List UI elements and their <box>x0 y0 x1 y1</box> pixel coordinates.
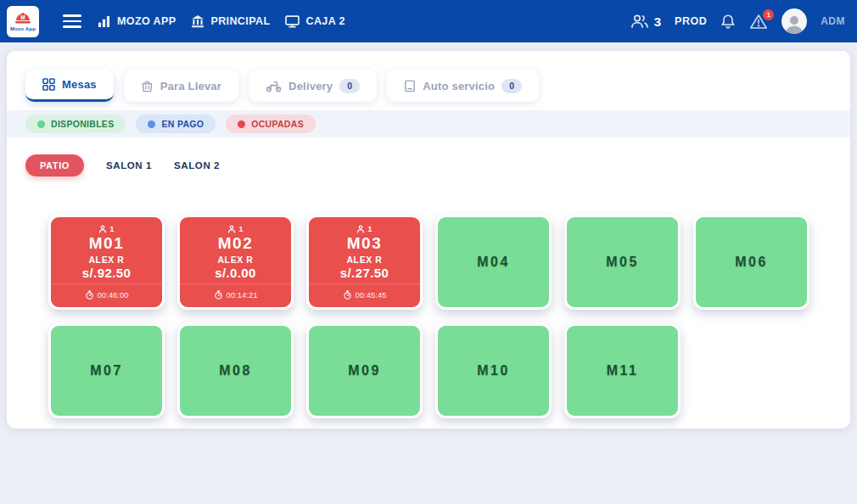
chart-icon <box>97 15 111 28</box>
logo-title: Mozo App <box>10 26 36 31</box>
alerts-button[interactable]: 1 <box>749 14 768 30</box>
service-tabs: Mesas Para Llevar Delivery 0 <box>7 51 850 110</box>
guest-count-value: 1 <box>367 224 372 233</box>
table-id: M08 <box>219 363 252 378</box>
navbar-right: 3 PROD 1 ADM <box>630 8 845 34</box>
nav-item-label: CAJA 2 <box>305 15 344 27</box>
table-card-m09[interactable]: M09 <box>306 323 423 418</box>
table-id: M06 <box>735 255 768 270</box>
table-id: M09 <box>348 363 381 378</box>
table-timer-value: 00:14:21 <box>227 290 258 300</box>
table-id: M05 <box>606 255 639 270</box>
area-salon-1[interactable]: SALON 1 <box>106 160 152 171</box>
hamburger-menu-icon[interactable] <box>63 14 81 28</box>
waiter-name: ALEX R <box>217 255 253 265</box>
table-amount: s/.27.50 <box>340 266 389 280</box>
app-logo[interactable]: M Mozo App <box>7 6 39 37</box>
tab-label: Mesas <box>62 78 97 91</box>
nav-item-label: MOZO APP <box>117 15 176 27</box>
area-salon-2[interactable]: SALON 2 <box>174 160 220 171</box>
monitor-icon <box>285 15 300 28</box>
legend-label: EN PAGO <box>161 119 204 129</box>
grid-icon <box>42 78 55 91</box>
area-patio[interactable]: PATIO <box>25 154 84 176</box>
table-timer-value: 00:46:00 <box>98 290 129 300</box>
table-card-m03[interactable]: 1 M03 ALEX R s/.27.50 00:45:45 <box>306 215 423 310</box>
table-amount: s/.0.00 <box>215 266 256 280</box>
table-timer-value: 00:45:45 <box>356 290 387 300</box>
green-dot-icon <box>37 120 45 128</box>
profile-name: ADM <box>821 15 845 27</box>
status-legend: DISPONIBLES EN PAGO OCUPADAS <box>7 110 850 137</box>
table-timer: 00:14:21 <box>180 283 291 300</box>
table-id: M01 <box>89 234 124 254</box>
tab-label: Auto servicio <box>423 80 495 92</box>
area-selector: PATIO SALON 1 SALON 2 <box>7 137 850 176</box>
nav-item-principal[interactable]: PRINCIPAL <box>191 15 270 28</box>
table-id: M07 <box>90 363 123 378</box>
table-card-m02[interactable]: 1 M02 ALEX R s/.0.00 00:14:21 <box>177 215 294 310</box>
environment-label: PROD <box>675 15 707 27</box>
tab-badge: 0 <box>339 79 360 93</box>
person-icon <box>356 225 365 233</box>
guest-count-value: 1 <box>238 224 243 233</box>
tab-delivery[interactable]: Delivery 0 <box>249 70 377 102</box>
legend-en-pago: EN PAGO <box>136 115 216 133</box>
guest-count-value: 1 <box>109 224 114 233</box>
legend-label: OCUPADAS <box>251 119 304 129</box>
motorcycle-icon <box>266 80 282 92</box>
tables-grid: 1 M01 ALEX R s/.92.50 00:46:00 1 M02 ALE… <box>48 215 850 418</box>
table-amount: s/.92.50 <box>82 266 131 280</box>
legend-disponibles: DISPONIBLES <box>25 115 126 133</box>
nav-item-label: PRINCIPAL <box>210 15 270 27</box>
tab-auto-servicio[interactable]: Auto servicio 0 <box>387 70 539 102</box>
table-card-m11[interactable]: M11 <box>564 323 681 418</box>
profile-avatar[interactable] <box>781 8 807 34</box>
table-id: M02 <box>218 234 253 254</box>
bell-icon <box>720 14 736 30</box>
tab-label: Delivery <box>288 80 333 92</box>
tab-para-llevar[interactable]: Para Llevar <box>124 70 238 102</box>
table-card-m06[interactable]: M06 <box>693 215 809 310</box>
main-panel: Mesas Para Llevar Delivery 0 <box>7 51 850 428</box>
bank-icon <box>191 15 204 28</box>
legend-label: DISPONIBLES <box>51 119 114 129</box>
table-card-m08[interactable]: M08 <box>177 323 294 418</box>
stopwatch-icon <box>343 290 352 300</box>
table-id: M03 <box>347 234 382 254</box>
table-timer: 00:45:45 <box>309 283 420 300</box>
guest-count: 1 <box>98 224 114 233</box>
nav-item-caja[interactable]: CAJA 2 <box>285 15 344 28</box>
table-card-m10[interactable]: M10 <box>435 323 552 418</box>
cloche-icon: M <box>14 12 31 25</box>
tab-mesas[interactable]: Mesas <box>25 70 114 102</box>
table-timer: 00:46:00 <box>51 283 162 300</box>
red-dot-icon <box>238 120 245 128</box>
active-users-count: 3 <box>654 14 661 29</box>
waiter-name: ALEX R <box>346 255 382 265</box>
stopwatch-icon <box>85 290 94 300</box>
person-silhouette-icon <box>783 12 805 34</box>
guest-count: 1 <box>356 224 372 233</box>
blue-dot-icon <box>148 120 155 128</box>
table-card-m04[interactable]: M04 <box>435 215 552 310</box>
table-card-m01[interactable]: 1 M01 ALEX R s/.92.50 00:46:00 <box>48 215 165 310</box>
svg-text:M: M <box>20 14 25 20</box>
takeout-bag-icon <box>141 80 154 92</box>
guest-count: 1 <box>227 224 243 233</box>
tab-label: Para Llevar <box>160 80 221 92</box>
nav-item-mozo-app[interactable]: MOZO APP <box>97 15 176 28</box>
table-id: M11 <box>607 363 639 378</box>
person-icon <box>98 225 107 233</box>
alerts-badge: 1 <box>763 9 774 20</box>
person-icon <box>227 225 236 233</box>
table-id: M04 <box>477 255 510 270</box>
table-id: M10 <box>477 363 510 378</box>
tab-badge: 0 <box>501 79 522 93</box>
notifications-button[interactable] <box>720 14 736 30</box>
waiter-name: ALEX R <box>88 255 124 265</box>
table-card-m05[interactable]: M05 <box>564 215 681 310</box>
table-card-m07[interactable]: M07 <box>48 323 165 418</box>
active-users[interactable]: 3 <box>630 14 661 29</box>
top-navbar: M Mozo App MOZO APP PRINCIPAL CAJA 2 <box>0 0 857 42</box>
